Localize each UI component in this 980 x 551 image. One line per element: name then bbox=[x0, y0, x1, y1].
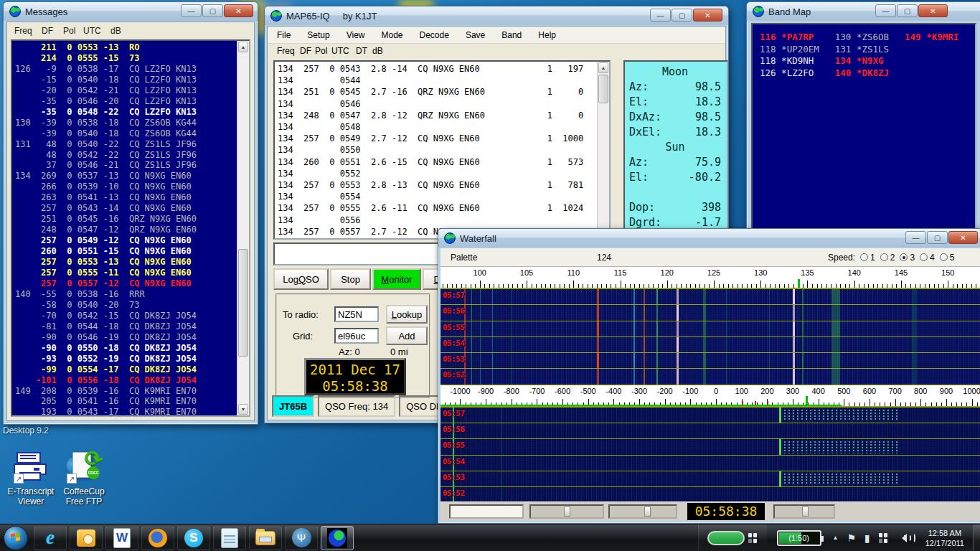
decode-row[interactable]: 134 0548 bbox=[278, 121, 597, 133]
message-row[interactable]: 260 0 0551 -15 CQ N9XG EN60 bbox=[15, 246, 237, 257]
menu-save[interactable]: Save bbox=[465, 29, 486, 42]
message-row[interactable]: 193 0 0543 -17 CQ K9MRI EN70 bbox=[15, 407, 237, 415]
waterfall-band[interactable]: 05:54 bbox=[440, 456, 980, 471]
message-row[interactable]: -35 0 0546 -20 CQ LZ2FO KN13 bbox=[15, 96, 237, 107]
contrast-slider[interactable] bbox=[773, 504, 835, 519]
maximize-icon[interactable]: ▢ bbox=[927, 231, 948, 244]
start-button[interactable] bbox=[4, 526, 28, 550]
scroll-up-icon[interactable]: ▲ bbox=[238, 42, 248, 52]
scroll-thumb[interactable] bbox=[238, 249, 248, 357]
maximize-icon[interactable]: ▢ bbox=[897, 4, 918, 17]
explorer-icon[interactable] bbox=[249, 526, 282, 550]
message-row[interactable]: -81 0 0544 -18 CQ DK8ZJ JO54 bbox=[15, 321, 237, 332]
map65-icon[interactable] bbox=[321, 526, 354, 550]
scroll-down-icon[interactable]: ▼ bbox=[238, 404, 248, 415]
decode-scrollbar[interactable]: ▲ bbox=[597, 62, 609, 238]
speed-option-3[interactable]: 3 bbox=[900, 253, 915, 263]
waterfall-band[interactable]: 05:56 bbox=[440, 423, 980, 439]
message-row[interactable]: 257 0 0543 -14 CQ N9XG EN60 bbox=[15, 203, 237, 214]
decode-row[interactable]: 134 257 0 0549 2.7 -12 CQ N9XG EN60 1 10… bbox=[278, 133, 597, 144]
message-row[interactable]: -39 0 0540 -18 CQ ZS6OB KG44 bbox=[15, 128, 237, 139]
internet-explorer-icon[interactable]: e bbox=[34, 526, 67, 550]
waterfall-band[interactable]: 05:54 bbox=[440, 337, 980, 353]
message-row[interactable]: 266 0 0539 -10 CQ N9XG EN60 bbox=[15, 182, 237, 192]
message-row[interactable]: 263 0 0541 -13 CQ N9XG EN60 bbox=[15, 192, 237, 203]
decode-row[interactable]: 134 0544 bbox=[278, 75, 597, 86]
message-row[interactable]: 248 0 0547 -12 QRZ N9XG EN60 bbox=[15, 225, 237, 235]
menu-decode[interactable]: Decode bbox=[419, 29, 450, 42]
volume-icon[interactable] bbox=[897, 533, 915, 543]
message-row[interactable]: 126 -9 0 0538 -17 CQ LZ2FO KN13 bbox=[15, 64, 237, 75]
bandmap-entry[interactable]: 118 *KD9NH bbox=[760, 55, 819, 67]
decode-row[interactable]: 134 0556 bbox=[278, 215, 597, 226]
skype-icon[interactable]: S bbox=[177, 526, 210, 550]
waterfall-band[interactable]: 05:53 bbox=[440, 471, 980, 487]
log-qso-button[interactable]: Log QSO bbox=[273, 268, 329, 290]
message-row[interactable]: 130 -39 0 0538 -18 CQ ZS6OB KG44 bbox=[15, 118, 237, 128]
message-row[interactable]: -70 0 0542 -15 CQ DK8ZJ JO54 bbox=[15, 311, 237, 321]
outlook-icon[interactable] bbox=[70, 526, 103, 550]
message-row[interactable]: 205 0 0541 -16 CQ K9MRI EN70 bbox=[15, 396, 237, 407]
decode-row[interactable]: 134 257 0 0553 2.8 -13 CQ N9XG EN60 1 78… bbox=[278, 179, 597, 191]
to-radio-input[interactable] bbox=[334, 306, 379, 322]
message-row[interactable]: 257 0 0555 -11 CQ N9XG EN60 bbox=[15, 268, 237, 278]
message-row[interactable]: 257 0 0553 -13 CQ N9XG EN60 bbox=[15, 257, 237, 268]
message-row[interactable]: -93 0 0552 -19 CQ DK8ZJ JO54 bbox=[15, 354, 237, 364]
bandmap-entry[interactable]: 116 *PA7RP bbox=[760, 32, 819, 44]
stop-button[interactable]: Stop bbox=[330, 268, 371, 290]
menu-mode[interactable]: Mode bbox=[381, 29, 404, 42]
waterfall-wide[interactable]: 05:5705:5605:5505:5405:5305:52 bbox=[440, 288, 980, 385]
message-row[interactable]: 140 -55 0 0538 -16 RRR bbox=[15, 289, 237, 300]
message-row[interactable]: 131 48 0 0540 -22 CQ ZS1LS JF96 bbox=[15, 139, 237, 150]
zero-slider[interactable] bbox=[608, 504, 677, 519]
waterfall-titlebar[interactable]: Waterfall — ▢ ✕ bbox=[438, 229, 980, 248]
minimize-icon[interactable]: — bbox=[905, 231, 926, 244]
message-row[interactable]: 37 0 0546 -21 CQ ZS1LS JF96 bbox=[15, 160, 237, 171]
monitor-button[interactable]: Monitor bbox=[372, 268, 421, 290]
decode-row[interactable]: 134 248 0 0547 2.8 -12 QRZ N9XG EN60 1 0 bbox=[278, 110, 597, 121]
word-icon[interactable]: W bbox=[105, 526, 138, 550]
scroll-thumb[interactable] bbox=[598, 75, 608, 103]
menu-view[interactable]: View bbox=[346, 29, 366, 42]
mode-badge[interactable]: JT65B bbox=[272, 395, 314, 417]
waterfall-band[interactable]: 05:56 bbox=[440, 305, 980, 321]
lookup-button[interactable]: LLookupookup bbox=[386, 305, 428, 324]
bandmap-entry[interactable]: 134 *N9XG bbox=[835, 55, 889, 67]
messages-list[interactable]: 211 0 0553 -13 RO 214 0 0555 -15 73126 -… bbox=[12, 41, 237, 415]
message-row[interactable]: -101 0 0556 -18 CQ DK8ZJ JO54 bbox=[15, 375, 237, 386]
bandmap-entry[interactable]: 131 *ZS1LS bbox=[835, 44, 889, 56]
waterfall-band[interactable]: 05:55 bbox=[440, 439, 980, 455]
hidden-icons-button[interactable]: ▲ bbox=[833, 534, 839, 541]
waterfall-band[interactable]: 05:57 bbox=[440, 289, 980, 305]
desktop-icon-e-transcript-viewer[interactable]: ↗E-Transcript Viewer bbox=[6, 451, 56, 507]
taskbar-clock[interactable]: 12:58 AM 12/17/2011 bbox=[925, 528, 964, 548]
maximize-icon[interactable]: ▢ bbox=[202, 4, 223, 17]
speed-option-5[interactable]: 5 bbox=[940, 253, 955, 263]
battery-tray-icon[interactable]: ▮ bbox=[864, 532, 870, 544]
message-row[interactable]: 134 269 0 0537 -13 CQ N9XG EN60 bbox=[15, 171, 237, 182]
waterfall-band[interactable]: 05:55 bbox=[440, 321, 980, 337]
battery-time-indicator[interactable]: (1:50) bbox=[777, 530, 821, 546]
speed-option-1[interactable]: 1 bbox=[860, 253, 875, 263]
decode-row[interactable]: 134 257 0 0543 2.8 -14 CQ N9XG EN60 1 19… bbox=[278, 63, 597, 75]
message-row[interactable]: 257 0 0557 -12 CQ N9XG EN60 bbox=[15, 278, 237, 289]
message-row[interactable]: 257 0 0549 -12 CQ N9XG EN60 bbox=[15, 235, 237, 246]
decode-row[interactable]: 134 0552 bbox=[278, 168, 597, 179]
menu-file[interactable]: File bbox=[276, 29, 291, 42]
message-row[interactable]: 214 0 0555 -15 73 bbox=[15, 53, 237, 64]
bandmap-entry[interactable]: 118 *UP20EM bbox=[760, 44, 819, 56]
scroll-up-icon[interactable]: ▲ bbox=[598, 62, 608, 73]
bandmap-entry[interactable]: 149 *K9MRI bbox=[905, 32, 958, 44]
battery-meter[interactable] bbox=[698, 524, 767, 551]
messages-scrollbar[interactable]: ▲ ▼ bbox=[237, 41, 249, 415]
message-row[interactable]: -35 0 0548 -22 CQ LZ2FO KN13 bbox=[15, 107, 237, 118]
waterfall-band[interactable]: 05:53 bbox=[440, 353, 980, 369]
close-icon[interactable]: ✕ bbox=[948, 231, 978, 244]
messages-titlebar[interactable]: Messages — ▢ ✕ bbox=[4, 2, 258, 21]
add-button[interactable]: Add bbox=[386, 326, 428, 345]
message-row[interactable]: -90 0 0546 -19 CQ DK8ZJ JO54 bbox=[15, 332, 237, 343]
decode-row[interactable]: 134 251 0 0545 2.7 -16 QRZ N9XG EN60 1 0 bbox=[278, 86, 597, 98]
decode-row[interactable]: 134 0554 bbox=[278, 191, 597, 202]
decode-list[interactable]: 134 257 0 0543 2.8 -14 CQ N9XG EN60 1 19… bbox=[275, 62, 597, 238]
message-row[interactable]: -20 0 0542 -21 CQ LZ2FO KN13 bbox=[15, 85, 237, 96]
